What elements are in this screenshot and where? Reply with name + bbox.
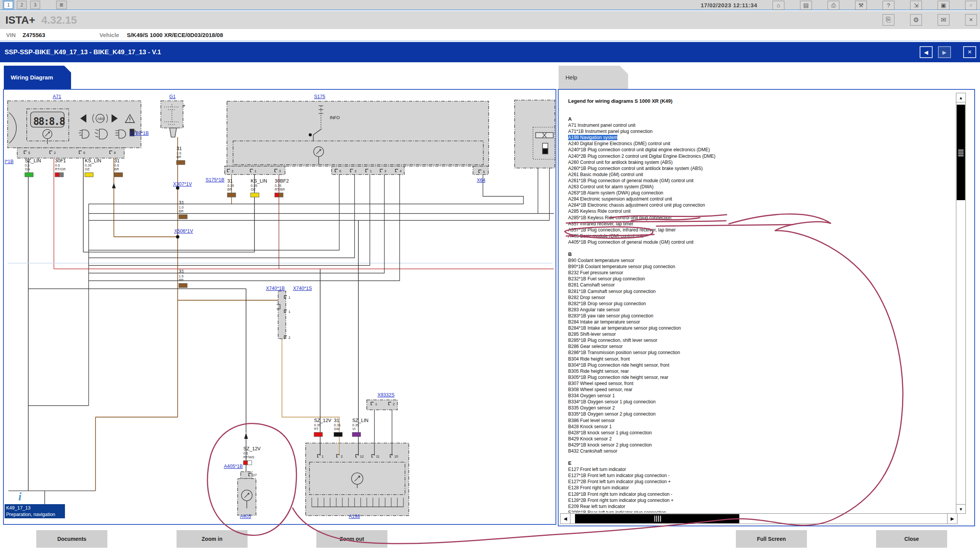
legend-item[interactable]: A263*1B Alarm system (DWA) plug connecti… xyxy=(568,190,954,196)
page-tab-3[interactable]: 3 xyxy=(30,1,40,9)
legend-item[interactable]: B334 Oxygen sensor 1 xyxy=(568,393,954,399)
diagram-link-A198[interactable]: A198 xyxy=(349,514,360,519)
diagram-link-A71[interactable]: A71 xyxy=(53,94,61,99)
home-icon[interactable]: ⌂ xyxy=(773,1,784,10)
legend-item[interactable]: A261 Basic module (GM) control unit xyxy=(568,171,954,178)
diagram-link-A405[interactable]: A405 xyxy=(240,514,251,519)
legend-item[interactable]: E127 Front left turn indicator xyxy=(568,466,954,472)
legend-item[interactable]: E128*2B Front right turn indicator plug … xyxy=(568,497,954,503)
legend-item[interactable]: B282*1B Drop sensor plug connection xyxy=(568,301,954,307)
scroll-up-button[interactable]: ▲ xyxy=(956,93,965,102)
tab-help[interactable]: Help xyxy=(559,66,628,89)
diagram-link-S175[interactable]: S175 xyxy=(314,94,325,99)
close-document-button[interactable]: × xyxy=(963,46,976,58)
legend-item[interactable]: B281 Camshaft sensor xyxy=(568,282,954,288)
legend-item[interactable]: B305*1B Plug connection ride height sens… xyxy=(568,374,954,380)
legend-item[interactable]: B283*1B yaw rate sensor plug connection xyxy=(568,313,954,319)
diagram-link-S175*1B[interactable]: S175*1B xyxy=(206,177,224,183)
legend-item[interactable]: B284*1B Intake air temperature sensor pl… xyxy=(568,325,954,331)
legend-item[interactable]: A263 Control unit for alarm system (DWA) xyxy=(568,184,954,190)
legend-item[interactable]: B308 Wheel speed sensor, rear xyxy=(568,387,954,393)
back-button[interactable]: ◀ xyxy=(920,46,933,58)
legend-item[interactable]: B232 Fuel pressure sensor xyxy=(568,270,954,276)
zoom-in-button[interactable]: Zoom in xyxy=(177,530,248,548)
legend-item[interactable]: B429*1B knock sensor 2 plug connection xyxy=(568,442,954,448)
legend-item[interactable]: E127*2B Front left turn indicator plug c… xyxy=(568,479,954,485)
legend-item[interactable]: B307 Wheel speed sensor, front xyxy=(568,380,954,387)
page-tab-2[interactable]: 2 xyxy=(17,1,27,9)
legend-item[interactable]: A240*1B Plug connection control unit dig… xyxy=(568,147,954,153)
diagram-link-X739*1B[interactable]: X739*1B xyxy=(130,131,149,136)
legend-item[interactable]: E127*1B Front left turn indicator plug c… xyxy=(568,472,954,479)
legend-item[interactable]: A240*2B Plug connection 2 control unit D… xyxy=(568,153,954,159)
legend-item[interactable]: B428 Knock sensor 1 xyxy=(568,424,954,430)
legend-item[interactable]: B90*1B Coolant temperature sensor plug c… xyxy=(568,264,954,270)
legend-item[interactable]: B232*1B Fuel sensor plug connection xyxy=(568,276,954,282)
close-icon[interactable]: × xyxy=(965,1,977,10)
legend-item[interactable]: E209 Rear left turn indicator xyxy=(568,503,954,510)
legend-item[interactable]: B335 Oxygen sensor 2 xyxy=(568,405,954,411)
print-icon[interactable]: ⎙ xyxy=(828,1,839,10)
diagram-link-X307*1V[interactable]: X307*1V xyxy=(173,181,192,187)
scroll-left-button[interactable]: ◀ xyxy=(560,514,570,524)
scroll-down-button[interactable]: ▼ xyxy=(956,504,965,513)
legend-item[interactable]: B281*1B Camshaft sensor plug connection xyxy=(568,288,954,294)
legend-item[interactable]: A357*1B Plug connection, infrared receiv… xyxy=(568,227,954,233)
diagram-link-X740*1B[interactable]: X740*1B xyxy=(266,286,285,291)
legend-item[interactable]: B386 Fuel level sensor xyxy=(568,417,954,424)
legend-item[interactable]: E128*1B Front right turn indicator plug … xyxy=(568,491,954,497)
windows-icon[interactable]: ▣ xyxy=(938,1,949,10)
minimize-view-icon[interactable]: ⇲ xyxy=(910,1,922,10)
horizontal-scroll-thumb[interactable] xyxy=(575,514,739,523)
legend-item[interactable]: A285 Keyless Ride control unit xyxy=(568,208,954,214)
tab-wiring-diagram[interactable]: Wiring Diagram xyxy=(4,66,71,89)
zoom-out-button[interactable]: Zoom out xyxy=(316,530,387,548)
scroll-right-button[interactable]: ▶ xyxy=(947,514,957,524)
legend-item[interactable]: A357 Infrared receiver, lap timer xyxy=(568,221,954,227)
vertical-scroll-thumb[interactable] xyxy=(957,105,965,200)
info-icon[interactable]: i xyxy=(18,490,21,503)
legend-horizontal-scrollbar[interactable]: ◀ ▶ xyxy=(560,513,957,524)
legend-item[interactable]: B90 Coolant temperature sensor xyxy=(568,257,954,264)
legend-item[interactable]: B282 Drop sensor xyxy=(568,294,954,301)
legend-item[interactable]: A240 Digital Engine Electronics (DME) co… xyxy=(568,141,954,147)
operations-icon[interactable]: ▤ xyxy=(800,1,812,10)
legend-item[interactable]: A405 Basic module (GM) control unit xyxy=(568,233,954,239)
legend-item[interactable]: B304 Ride height sensor, front xyxy=(568,356,954,362)
legend-item[interactable]: B283 Angular rate sensor xyxy=(568,307,954,313)
legend-item[interactable]: A284*1B Electronic chassis adjustment co… xyxy=(568,202,954,208)
legend-item[interactable]: E128 Front right turn indicator xyxy=(568,485,954,491)
documents-button[interactable]: Documents xyxy=(36,530,107,548)
forward-button[interactable]: ▶ xyxy=(938,46,951,58)
legend-vertical-scrollbar[interactable]: ▲ ▼ xyxy=(956,93,966,514)
diagram-link-I*1B[interactable]: I*1B xyxy=(5,159,14,164)
legend-item[interactable]: A71*1B Instrument panel plug connection xyxy=(568,128,954,134)
close-button[interactable]: Close xyxy=(876,530,947,548)
legend-item[interactable]: B284 Intake air temperature sensor xyxy=(568,319,954,325)
legend-item[interactable]: B304*1B Plug connection ride height sens… xyxy=(568,362,954,368)
page-tab-1[interactable]: 1 xyxy=(3,1,13,9)
page-list-icon[interactable]: ≣ xyxy=(56,1,67,9)
help-icon[interactable]: ? xyxy=(883,1,894,10)
legend-item[interactable]: E209*1B Rear left turn indicator plug co… xyxy=(568,510,954,513)
diagram-link-A405*1B[interactable]: A405*1B xyxy=(224,464,243,469)
legend-item[interactable]: B286 Gear selector sensor xyxy=(568,343,954,349)
legend-item[interactable]: B285 Shift-lever sensor xyxy=(568,331,954,337)
legend-item[interactable]: A260*1B Plug connection control unit ant… xyxy=(568,165,954,171)
legend-item[interactable]: A405*1B Plug connection of general modul… xyxy=(568,239,954,245)
legend-item[interactable]: B432 Crankshaft sensor xyxy=(568,448,954,454)
legend-item[interactable]: B286*1B Transmission position sensor plu… xyxy=(568,349,954,356)
legend-item[interactable]: A261*1B Plug connection of general modul… xyxy=(568,178,954,184)
legend-item[interactable]: B305 Ride height sensor, rear xyxy=(568,368,954,374)
diagram-info-label[interactable]: K49_17_13 Preparation, navigation xyxy=(5,504,65,518)
full-screen-button[interactable]: Full Screen xyxy=(736,530,807,548)
legend-item[interactable]: B334*1B Oxygen sensor 1 plug connection xyxy=(568,399,954,405)
legend-item[interactable]: A71 Instrument panel control unit xyxy=(568,122,954,128)
tools-icon[interactable]: ⚒ xyxy=(855,1,867,10)
diagram-link-X9332S[interactable]: X9332S xyxy=(377,392,394,398)
mail-icon[interactable]: ✉ xyxy=(938,14,949,26)
legend-item[interactable]: B428*1B knock sensor 1 plug connection xyxy=(568,430,954,436)
diagram-link-X64[interactable]: X64 xyxy=(477,178,485,183)
close-icon[interactable]: × xyxy=(965,14,977,26)
diagram-link-G1[interactable]: G1 xyxy=(169,94,176,99)
